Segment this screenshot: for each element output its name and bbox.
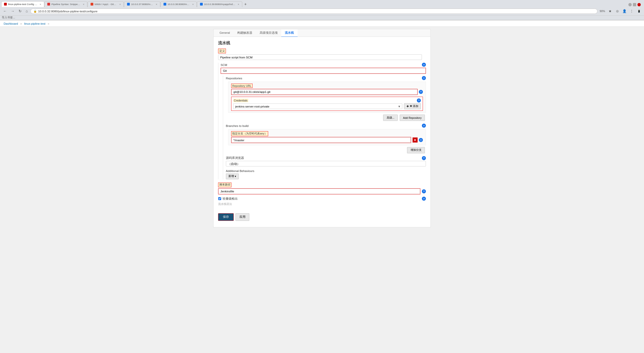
- repositories-help-icon[interactable]: ?: [469, 84, 473, 89]
- tab-favicon-jenkins: [5, 3, 8, 6]
- save-button[interactable]: 保存: [242, 237, 260, 245]
- script-path-help-icon[interactable]: ?: [469, 210, 473, 215]
- credentials-help-icon[interactable]: ?: [463, 109, 468, 114]
- apply-button[interactable]: 应用: [262, 237, 277, 245]
- add-repository-button[interactable]: Add Repository: [444, 127, 472, 134]
- add-icon: ✚: [452, 116, 454, 120]
- add-branch-button[interactable]: 增加分支: [452, 163, 472, 170]
- tab-1[interactable]: linux-pipline-test Config [Jen... ×: [1, 1, 49, 8]
- forward-button[interactable]: →: [11, 10, 18, 15]
- advanced-button[interactable]: 高级...: [426, 127, 442, 134]
- branch-field-help-icon[interactable]: ?: [465, 153, 470, 158]
- scm-help-icon[interactable]: ?: [469, 70, 473, 74]
- branches-help-icon[interactable]: ?: [469, 137, 473, 142]
- repo-url-help-icon[interactable]: ?: [465, 100, 470, 104]
- delete-branch-button[interactable]: ✕: [458, 153, 464, 158]
- tab-6-close[interactable]: ×: [264, 3, 266, 6]
- credentials-label: Credentials: [259, 110, 276, 113]
- back-button[interactable]: ←: [2, 10, 9, 15]
- pipeline-syntax-label: 流水线语法: [242, 225, 473, 229]
- address-text: 10.0.0.32:8080/job/linux-pipline-test/co…: [42, 11, 644, 14]
- tab-1-label: linux-pipline-test Config [Jen...: [9, 3, 42, 6]
- source-browser-help-icon[interactable]: ?: [469, 173, 473, 178]
- add-btn-label: ✚ 添加: [455, 116, 465, 120]
- lightweight-help-icon[interactable]: ?: [469, 219, 473, 223]
- tab-2-label: Pipeline Syntax: Snippet Gen...: [57, 3, 90, 6]
- add-credentials-button[interactable]: ✚ ✚ 添加: [449, 115, 468, 121]
